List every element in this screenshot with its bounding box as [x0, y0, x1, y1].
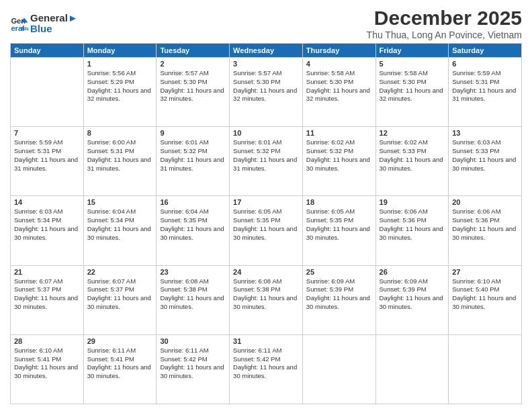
day-number: 29 [87, 337, 153, 345]
svg-text:Blue: Blue [21, 26, 29, 32]
cell-info: Sunrise: 5:57 AMSunset: 5:30 PMDaylight:… [233, 69, 299, 103]
cell-w4-d7: 27Sunrise: 6:10 AMSunset: 5:40 PMDayligh… [449, 265, 522, 334]
cell-w3-d2: 15Sunrise: 6:04 AMSunset: 5:34 PMDayligh… [83, 196, 157, 265]
cell-w1-d3: 2Sunrise: 5:57 AMSunset: 5:30 PMDaylight… [157, 58, 230, 127]
day-number: 7 [14, 129, 80, 137]
cell-w3-d7: 20Sunrise: 6:06 AMSunset: 5:36 PMDayligh… [449, 196, 522, 265]
cell-info: Sunrise: 5:58 AMSunset: 5:30 PMDaylight:… [380, 69, 445, 103]
header: Gen eral Blue General► Blue December 202… [10, 7, 522, 40]
cell-w3-d5: 18Sunrise: 6:05 AMSunset: 5:35 PMDayligh… [302, 196, 375, 265]
month-title: December 2025 [367, 7, 522, 30]
cell-w2-d3: 9Sunrise: 6:01 AMSunset: 5:32 PMDaylight… [157, 127, 230, 196]
calendar-table: Sunday Monday Tuesday Wednesday Thursday… [10, 43, 522, 404]
day-number: 12 [380, 129, 445, 137]
day-number: 14 [14, 198, 80, 206]
cell-w2-d2: 8Sunrise: 6:00 AMSunset: 5:31 PMDaylight… [83, 127, 157, 196]
cell-info: Sunrise: 6:05 AMSunset: 5:35 PMDaylight:… [306, 208, 372, 242]
cell-w3-d3: 16Sunrise: 6:04 AMSunset: 5:35 PMDayligh… [157, 196, 230, 265]
cell-info: Sunrise: 6:08 AMSunset: 5:38 PMDaylight:… [233, 277, 299, 312]
day-number: 5 [380, 60, 445, 68]
col-sunday: Sunday [11, 44, 84, 58]
cell-w1-d1 [11, 58, 84, 127]
cell-info: Sunrise: 6:11 AMSunset: 5:42 PMDaylight:… [160, 347, 226, 381]
header-row: Sunday Monday Tuesday Wednesday Thursday… [11, 44, 522, 58]
cell-info: Sunrise: 6:03 AMSunset: 5:33 PMDaylight:… [452, 138, 518, 173]
cell-info: Sunrise: 6:02 AMSunset: 5:33 PMDaylight:… [380, 138, 445, 173]
cell-info: Sunrise: 6:09 AMSunset: 5:39 PMDaylight:… [380, 277, 445, 312]
cell-w4-d5: 25Sunrise: 6:09 AMSunset: 5:39 PMDayligh… [302, 265, 375, 334]
cell-w1-d2: 1Sunrise: 5:56 AMSunset: 5:29 PMDaylight… [83, 58, 157, 127]
col-thursday: Thursday [302, 44, 375, 58]
cell-w4-d2: 22Sunrise: 6:07 AMSunset: 5:37 PMDayligh… [83, 265, 157, 334]
cell-info: Sunrise: 6:07 AMSunset: 5:37 PMDaylight:… [87, 277, 153, 312]
cell-info: Sunrise: 5:59 AMSunset: 5:31 PMDaylight:… [452, 69, 518, 103]
logo-line1: General► [30, 13, 78, 24]
cell-info: Sunrise: 6:11 AMSunset: 5:42 PMDaylight:… [233, 347, 299, 381]
cell-w4-d1: 21Sunrise: 6:07 AMSunset: 5:37 PMDayligh… [11, 265, 84, 334]
day-number: 10 [233, 129, 299, 137]
cell-w4-d4: 24Sunrise: 6:08 AMSunset: 5:38 PMDayligh… [230, 265, 303, 334]
day-number: 15 [87, 198, 153, 206]
day-number: 20 [452, 198, 518, 206]
week-row-5: 28Sunrise: 6:10 AMSunset: 5:41 PMDayligh… [11, 334, 522, 404]
day-number: 18 [306, 198, 372, 206]
week-row-2: 7Sunrise: 5:59 AMSunset: 5:31 PMDaylight… [11, 127, 522, 196]
day-number: 6 [452, 60, 518, 68]
logo-icon: Gen eral Blue [10, 14, 29, 33]
cell-info: Sunrise: 5:56 AMSunset: 5:29 PMDaylight:… [87, 69, 153, 103]
cell-info: Sunrise: 6:10 AMSunset: 5:40 PMDaylight:… [452, 277, 518, 312]
col-friday: Friday [375, 44, 449, 58]
day-number: 25 [306, 268, 372, 276]
day-number: 4 [306, 60, 372, 68]
cell-w1-d7: 6Sunrise: 5:59 AMSunset: 5:31 PMDaylight… [449, 58, 522, 127]
cell-w3-d6: 19Sunrise: 6:06 AMSunset: 5:36 PMDayligh… [375, 196, 449, 265]
cell-info: Sunrise: 6:04 AMSunset: 5:35 PMDaylight:… [160, 208, 226, 242]
day-number: 16 [160, 198, 226, 206]
cell-info: Sunrise: 6:05 AMSunset: 5:35 PMDaylight:… [233, 208, 299, 242]
cell-info: Sunrise: 6:11 AMSunset: 5:41 PMDaylight:… [87, 347, 153, 381]
logo-line2: Blue [30, 24, 78, 35]
day-number: 22 [87, 268, 153, 276]
cell-w5-d5 [302, 334, 375, 404]
cell-info: Sunrise: 6:06 AMSunset: 5:36 PMDaylight:… [380, 208, 445, 242]
cell-w2-d5: 11Sunrise: 6:02 AMSunset: 5:32 PMDayligh… [302, 127, 375, 196]
day-number: 27 [452, 268, 518, 276]
cell-info: Sunrise: 5:58 AMSunset: 5:30 PMDaylight:… [306, 69, 372, 103]
day-number: 24 [233, 268, 299, 276]
cell-info: Sunrise: 6:02 AMSunset: 5:32 PMDaylight:… [306, 138, 372, 173]
day-number: 21 [14, 268, 80, 276]
cell-w5-d6 [375, 334, 449, 404]
cell-info: Sunrise: 6:10 AMSunset: 5:41 PMDaylight:… [14, 347, 80, 381]
cell-info: Sunrise: 6:04 AMSunset: 5:34 PMDaylight:… [87, 208, 153, 242]
cell-w2-d4: 10Sunrise: 6:01 AMSunset: 5:32 PMDayligh… [230, 127, 303, 196]
cell-info: Sunrise: 6:07 AMSunset: 5:37 PMDaylight:… [14, 277, 80, 312]
title-block: December 2025 Thu Thua, Long An Povince,… [367, 7, 522, 40]
day-number: 28 [14, 337, 80, 345]
cell-w5-d7 [449, 334, 522, 404]
day-number: 2 [160, 60, 226, 68]
cell-w5-d1: 28Sunrise: 6:10 AMSunset: 5:41 PMDayligh… [11, 334, 84, 404]
cell-w5-d4: 31Sunrise: 6:11 AMSunset: 5:42 PMDayligh… [230, 334, 303, 404]
day-number: 26 [380, 268, 445, 276]
cell-info: Sunrise: 6:09 AMSunset: 5:39 PMDaylight:… [306, 277, 372, 312]
cell-w3-d4: 17Sunrise: 6:05 AMSunset: 5:35 PMDayligh… [230, 196, 303, 265]
cell-info: Sunrise: 6:06 AMSunset: 5:36 PMDaylight:… [452, 208, 518, 242]
day-number: 8 [87, 129, 153, 137]
cell-w4-d6: 26Sunrise: 6:09 AMSunset: 5:39 PMDayligh… [375, 265, 449, 334]
day-number: 1 [87, 60, 153, 68]
cell-info: Sunrise: 6:01 AMSunset: 5:32 PMDaylight:… [233, 138, 299, 173]
cell-w5-d3: 30Sunrise: 6:11 AMSunset: 5:42 PMDayligh… [157, 334, 230, 404]
day-number: 3 [233, 60, 299, 68]
col-tuesday: Tuesday [157, 44, 230, 58]
col-monday: Monday [83, 44, 157, 58]
day-number: 19 [380, 198, 445, 206]
cell-info: Sunrise: 5:59 AMSunset: 5:31 PMDaylight:… [14, 138, 80, 173]
week-row-1: 1Sunrise: 5:56 AMSunset: 5:29 PMDaylight… [11, 58, 522, 127]
col-wednesday: Wednesday [230, 44, 303, 58]
cell-w2-d1: 7Sunrise: 5:59 AMSunset: 5:31 PMDaylight… [11, 127, 84, 196]
cell-w1-d6: 5Sunrise: 5:58 AMSunset: 5:30 PMDaylight… [375, 58, 449, 127]
day-number: 17 [233, 198, 299, 206]
cell-w5-d2: 29Sunrise: 6:11 AMSunset: 5:41 PMDayligh… [83, 334, 157, 404]
cell-w1-d5: 4Sunrise: 5:58 AMSunset: 5:30 PMDaylight… [302, 58, 375, 127]
day-number: 11 [306, 129, 372, 137]
